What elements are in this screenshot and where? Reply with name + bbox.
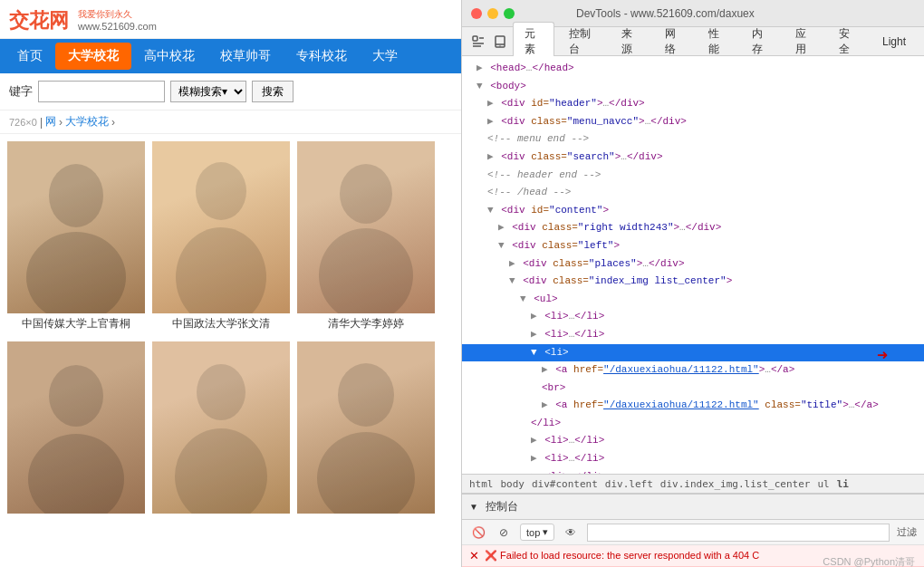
breadcrumb-home[interactable]: 网 [45, 114, 56, 130]
dom-line[interactable]: ▶ <div id="header">…</div> [462, 95, 924, 113]
dom-line[interactable]: ▶ <div class="places">…</div> [462, 255, 924, 274]
dom-line[interactable]: ▼ <div class="index_img list_center"> [462, 273, 924, 291]
dom-breadcrumb: html body div#content div.left div.index… [462, 474, 924, 494]
tab-audits[interactable]: Light [871, 32, 917, 52]
person-image-6 [297, 341, 435, 514]
dom-line[interactable]: ▶ <div class="right width243">…</div> [462, 219, 924, 237]
console-collapse-icon[interactable]: ▼ [469, 502, 478, 512]
svg-point-8 [197, 364, 245, 420]
dom-line[interactable]: ▼ <body> [462, 78, 924, 96]
search-mode-select[interactable]: 模糊搜索▾ [170, 81, 246, 102]
breadcrumb-content[interactable]: div#content [532, 478, 598, 490]
eye-icon[interactable]: 👁 [562, 524, 580, 542]
search-label: 键字 [9, 83, 33, 100]
tab-console[interactable]: 控制台 [558, 23, 607, 61]
tab-application[interactable]: 应用 [784, 23, 824, 61]
breadcrumb-html[interactable]: html [469, 478, 494, 490]
dom-line[interactable]: ▶ <a href="/daxuexiaohua/11122.html" cla… [462, 397, 924, 415]
minimize-button[interactable] [487, 8, 498, 19]
top-dropdown[interactable]: top ▾ [520, 524, 554, 541]
person-silhouette-3 [297, 141, 435, 313]
stop-icon[interactable]: ⊘ [495, 524, 513, 542]
svg-rect-12 [473, 36, 477, 41]
svg-point-10 [338, 363, 394, 427]
list-item[interactable]: 中国政法大学张文清 [152, 141, 290, 334]
dom-line[interactable]: ▶ <li>…</li> [462, 308, 924, 326]
tab-security[interactable]: 安全 [828, 23, 868, 61]
nav-highschool[interactable]: 高中校花 [131, 43, 207, 70]
dom-line[interactable]: ▼ <div class="left"> [462, 237, 924, 255]
breadcrumb-li[interactable]: li [837, 478, 849, 490]
devtools-panel: DevTools - www.521609.com/daxuex 元素 控制台 … [462, 0, 924, 567]
top-label: top [526, 527, 540, 538]
nav-handsome[interactable]: 校草帅哥 [207, 43, 284, 70]
svg-rect-16 [496, 36, 505, 47]
breadcrumb-arrow: › [59, 116, 63, 129]
dom-line[interactable]: ▶ <a href="/daxuexiaohua/11122.html">…</… [462, 361, 924, 380]
list-item[interactable] [7, 341, 145, 519]
list-item[interactable] [297, 341, 435, 519]
maximize-button[interactable] [504, 8, 515, 19]
dom-line[interactable]: ▶ <head>…</head> [462, 60, 924, 78]
grid-caption-1: 中国传媒大学上官青桐 [7, 313, 145, 334]
search-button[interactable]: 搜索 [252, 81, 294, 102]
tab-performance[interactable]: 性能 [698, 23, 737, 61]
dom-line-selected[interactable]: ▼ <li> ➜ [462, 344, 924, 362]
image-grid: 中国传媒大学上官青桐 中国政法大学张文清 清华大学李婷婷 [0, 134, 461, 526]
grid-caption-2: 中国政法大学张文清 [152, 313, 290, 334]
nav-more[interactable]: 大学 [360, 43, 410, 70]
dom-line[interactable]: ▶ <div class="search">…</div> [462, 149, 924, 167]
error-icon: ✕ [469, 549, 479, 562]
list-item[interactable] [152, 341, 290, 519]
dom-tree[interactable]: ▶ <head>…</head> ▼ <body> ▶ <div id="hea… [462, 56, 924, 474]
breadcrumb-body[interactable]: body [501, 478, 525, 490]
svg-point-6 [49, 365, 103, 427]
person-image-3 [297, 141, 435, 313]
breadcrumb-ul[interactable]: ul [817, 478, 829, 490]
dom-line[interactable]: <!-- header end --> [462, 167, 924, 185]
dom-line[interactable]: ▶ <li>…</li> [462, 450, 924, 468]
device-icon[interactable] [491, 31, 509, 53]
left-panel: 交花网 我爱你到永久 www.521609.com 首页 大学校花 高中校花 校… [0, 0, 462, 567]
person-silhouette-2 [152, 141, 290, 313]
breadcrumb-left[interactable]: div.left [605, 478, 653, 490]
nav-vocational[interactable]: 专科校花 [284, 43, 360, 70]
tab-memory[interactable]: 内存 [741, 23, 781, 61]
dim-note: 726×0 [9, 117, 37, 128]
search-bar: 键字 模糊搜索▾ 搜索 [0, 73, 461, 111]
nav-college[interactable]: 大学校花 [55, 43, 131, 70]
site-logo: 交花网 [9, 7, 69, 34]
tab-network[interactable]: 网络 [654, 23, 694, 61]
breadcrumb-img[interactable]: div.index_img.list_center [660, 478, 811, 490]
dom-line[interactable]: <!-- menu end --> [462, 130, 924, 149]
close-button[interactable] [471, 8, 482, 19]
nav-home[interactable]: 首页 [5, 43, 55, 70]
dom-line[interactable]: ▶ <li>…</li> [462, 432, 924, 450]
dom-line[interactable]: </li> [462, 415, 924, 433]
inspect-icon[interactable] [469, 31, 487, 53]
dom-line[interactable]: ▼ <ul> [462, 291, 924, 309]
dom-line[interactable]: ▼ <div id="content"> [462, 202, 924, 220]
list-item[interactable]: 清华大学李婷婷 [297, 141, 435, 334]
breadcrumb: 726×0 | 网 › 大学校花 › [0, 111, 461, 134]
filter-input[interactable] [587, 524, 890, 542]
tab-sources[interactable]: 来源 [611, 23, 650, 61]
search-input[interactable] [38, 81, 165, 102]
error-message: ❌ Failed to load resource: the server re… [485, 550, 759, 562]
svg-point-18 [499, 45, 500, 46]
site-header: 交花网 我爱你到永久 www.521609.com [0, 0, 461, 39]
list-item[interactable]: 中国传媒大学上官青桐 [7, 141, 145, 334]
breadcrumb-current[interactable]: 大学校花 [65, 114, 109, 130]
dom-line[interactable]: ▶ <div class="menu_navcc">…</div> [462, 113, 924, 131]
tab-elements[interactable]: 元素 [513, 22, 554, 61]
devtools-content: ▶ <head>…</head> ▼ <body> ▶ <div id="hea… [462, 56, 924, 567]
dom-line[interactable]: <br> [462, 380, 924, 398]
grid-caption-6 [297, 514, 435, 519]
dom-line[interactable]: ▶ <li>…</li> [462, 326, 924, 344]
clear-console-icon[interactable]: 🚫 [469, 524, 487, 542]
person-silhouette-4 [7, 341, 145, 514]
dom-line[interactable]: <!-- /head --> [462, 184, 924, 202]
breadcrumb-arrow2: › [111, 116, 115, 129]
svg-point-0 [49, 164, 103, 227]
svg-point-3 [176, 227, 266, 313]
